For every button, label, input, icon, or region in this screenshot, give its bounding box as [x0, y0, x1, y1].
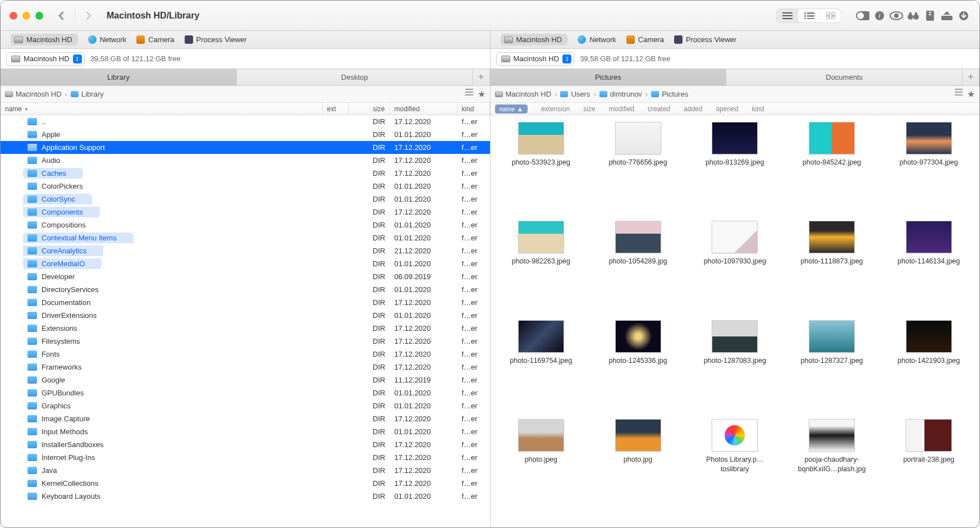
list-mode-icon[interactable]: [955, 89, 963, 99]
tab-documents[interactable]: Documents: [726, 69, 963, 85]
icon-item[interactable]: photo.jpeg: [494, 419, 589, 521]
file-row[interactable]: CoreAnalyticsDIR21.12.2020f…er: [1, 244, 490, 257]
favorite-process-viewer[interactable]: Process Viewer: [674, 35, 736, 44]
favorite-camera[interactable]: Camera: [626, 35, 664, 44]
sort-kind[interactable]: kind: [752, 105, 764, 113]
favorite-camera[interactable]: Camera: [136, 35, 174, 44]
tab-library[interactable]: Library: [1, 69, 237, 85]
icon-item[interactable]: photo-533923.jpeg: [494, 122, 589, 214]
eject-icon[interactable]: [940, 9, 954, 22]
file-row[interactable]: Contextual Menu ItemsDIR01.01.2020f…er: [1, 231, 490, 244]
favorite-macintosh-hd[interactable]: Macintosh HD: [11, 34, 78, 45]
binoculars-icon[interactable]: [906, 9, 920, 22]
sort-extension[interactable]: extension: [541, 105, 570, 113]
icon-item[interactable]: portrait-238.jpeg: [881, 419, 976, 521]
tab-pictures[interactable]: Pictures: [491, 69, 727, 85]
file-list[interactable]: ..DIR17.12.2020f…erAppleDIR01.01.2020f…e…: [1, 115, 490, 527]
file-row[interactable]: FrameworksDIR17.12.2020f…er: [1, 361, 490, 374]
close-button[interactable]: [10, 12, 17, 20]
file-row[interactable]: ExtensionsDIR17.12.2020f…er: [1, 322, 490, 335]
new-tab-button[interactable]: +: [473, 69, 490, 85]
file-row[interactable]: ComponentsDIR17.12.2020f…er: [1, 206, 490, 219]
toggle-switch-icon[interactable]: [856, 9, 869, 22]
file-row[interactable]: CoreMediaIODIR01.01.2020f…er: [1, 257, 490, 270]
star-icon[interactable]: ★: [478, 89, 486, 99]
icon-item[interactable]: photo-1118873.jpeg: [785, 221, 880, 313]
info-icon[interactable]: i: [873, 9, 886, 22]
breadcrumb-item[interactable]: Library: [71, 90, 104, 98]
file-row[interactable]: GoogleDIR11.12.2019f…er: [1, 374, 490, 386]
file-row[interactable]: FilesystemsDIR17.12.2020f…er: [1, 335, 490, 348]
volume-selector-left[interactable]: Macintosh HD ▴▾: [6, 52, 85, 66]
file-row[interactable]: DeveloperDIR06.09.2019f…er: [1, 270, 490, 283]
file-row[interactable]: KernelCollectionsDIR17.12.2020f…er: [1, 477, 490, 490]
minimize-button[interactable]: [22, 12, 30, 20]
breadcrumb-item[interactable]: Users: [560, 90, 590, 98]
new-tab-button[interactable]: +: [963, 69, 979, 85]
file-row[interactable]: Keyboard LayoutsDIR01.01.2020f…er: [1, 490, 490, 503]
file-row[interactable]: GraphicsDIR01.01.2020f…er: [1, 399, 490, 412]
file-row[interactable]: Input MethodsDIR01.01.2020f…er: [1, 425, 490, 438]
icon-item[interactable]: photo-1421903.jpeg: [881, 320, 976, 412]
file-row[interactable]: FontsDIR17.12.2020f…er: [1, 348, 490, 361]
view-columns-button[interactable]: [799, 9, 821, 22]
volume-selector-right[interactable]: Macintosh HD ▴▾: [496, 52, 575, 66]
icon-item[interactable]: photo-977304.jpeg: [881, 122, 976, 214]
icon-item[interactable]: photo-1097930.jpeg: [688, 221, 782, 313]
zoom-button[interactable]: [35, 12, 43, 20]
file-row[interactable]: ColorPickersDIR01.01.2020f…er: [1, 180, 490, 193]
file-row[interactable]: DocumentationDIR17.12.2020f…er: [1, 296, 490, 309]
col-size[interactable]: size: [349, 103, 390, 115]
file-row[interactable]: DriverExtensionsDIR01.01.2020f…er: [1, 309, 490, 322]
icon-item[interactable]: photo.jpg: [590, 419, 685, 521]
file-row[interactable]: JavaDIR17.12.2020f…er: [1, 464, 490, 477]
col-modified[interactable]: modified: [390, 103, 457, 115]
file-row[interactable]: GPUBundlesDIR01.01.2020f…er: [1, 386, 490, 399]
icon-item[interactable]: photo-776656.jpeg: [590, 122, 685, 214]
breadcrumb-item[interactable]: Macintosh HD: [495, 90, 552, 98]
back-button[interactable]: [54, 9, 68, 22]
icon-item[interactable]: photo-813269.jpeg: [688, 122, 782, 214]
archive-icon[interactable]: [923, 9, 937, 22]
file-row[interactable]: InstallerSandboxesDIR17.12.2020f…er: [1, 438, 490, 451]
preview-icon[interactable]: [890, 9, 903, 22]
col-kind[interactable]: kind: [457, 103, 490, 115]
view-list-button[interactable]: [777, 9, 799, 22]
icon-grid[interactable]: photo-533923.jpegphoto-776656.jpegphoto-…: [491, 115, 980, 527]
sort-size[interactable]: size: [583, 105, 595, 113]
sort-opened[interactable]: opened: [716, 105, 738, 113]
icon-item[interactable]: photo-1287327.jpeg: [785, 320, 880, 412]
sort-added[interactable]: added: [684, 105, 702, 113]
breadcrumb-item[interactable]: Pictures: [651, 90, 688, 98]
file-row[interactable]: ..DIR17.12.2020f…er: [1, 115, 490, 128]
file-row[interactable]: AudioDIR17.12.2020f…er: [1, 154, 490, 167]
list-mode-icon[interactable]: [465, 89, 473, 99]
view-grid-button[interactable]: [821, 9, 841, 22]
file-row[interactable]: AppleDIR01.01.2020f…er: [1, 128, 490, 141]
file-row[interactable]: CompositionsDIR01.01.2020f…er: [1, 219, 490, 231]
forward-button[interactable]: [82, 9, 95, 22]
col-name[interactable]: name: [1, 103, 323, 115]
icon-item[interactable]: pooja-chaudhary-bqnbKxiIG…plash.jpg: [785, 419, 880, 521]
favorite-macintosh-hd[interactable]: Macintosh HD: [501, 34, 568, 45]
breadcrumb-item[interactable]: dimtrunov: [599, 90, 642, 98]
favorite-network[interactable]: Network: [578, 35, 616, 44]
icon-item[interactable]: photo-1054289.jpg: [590, 221, 685, 313]
file-row[interactable]: CachesDIR17.12.2020f…er: [1, 167, 490, 180]
file-row[interactable]: Image CaptureDIR17.12.2020f…er: [1, 412, 490, 425]
favorite-process-viewer[interactable]: Process Viewer: [185, 35, 247, 44]
icon-item[interactable]: photo-845242.jpeg: [785, 122, 880, 214]
file-row[interactable]: ColorSyncDIR01.01.2020f…er: [1, 193, 490, 206]
file-row[interactable]: DirectoryServicesDIR01.01.2020f…er: [1, 283, 490, 296]
icon-item[interactable]: photo-1169754.jpeg: [494, 320, 589, 412]
favorite-network[interactable]: Network: [88, 35, 127, 44]
download-icon[interactable]: [957, 9, 970, 22]
col-ext[interactable]: ext: [323, 103, 349, 115]
sort-modified[interactable]: modified: [609, 105, 634, 113]
file-row[interactable]: Application SupportDIR17.12.2020f…er: [1, 141, 490, 154]
tab-desktop[interactable]: Desktop: [237, 69, 473, 85]
icon-item[interactable]: photo-1245336.jpg: [590, 320, 685, 412]
icon-item[interactable]: Photos Library.p…toslibrary: [688, 419, 782, 521]
file-row[interactable]: Internet Plug-InsDIR17.12.2020f…er: [1, 451, 490, 464]
breadcrumb-item[interactable]: Macintosh HD: [5, 90, 62, 98]
